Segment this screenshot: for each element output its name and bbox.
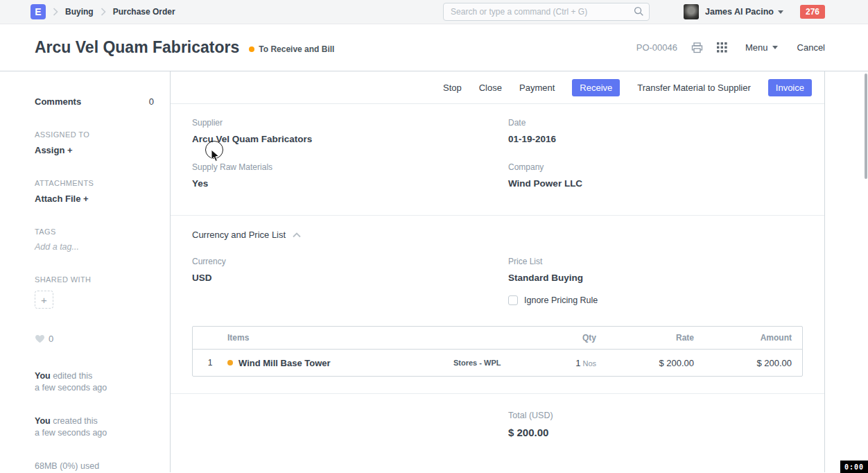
col-items-header[interactable]: Items bbox=[227, 333, 453, 343]
assigned-to-heading: ASSIGNED TO bbox=[35, 130, 154, 139]
heart-icon bbox=[35, 334, 45, 343]
search-icon bbox=[634, 6, 644, 19]
row-index: 1 bbox=[193, 358, 227, 368]
table-row[interactable]: 1 Wind Mill Base Tower Stores - WPL 1Nos… bbox=[193, 350, 802, 376]
navbar-right: James Al Pacino 276 bbox=[443, 3, 825, 21]
caret-down-icon bbox=[772, 46, 778, 49]
user-name-label: James Al Pacino bbox=[705, 7, 774, 17]
ignore-pricing-rule-checkbox[interactable] bbox=[508, 295, 518, 305]
activity-entry: You created this a few seconds ago bbox=[35, 415, 154, 439]
user-menu[interactable]: James Al Pacino bbox=[705, 7, 783, 17]
right-gutter bbox=[825, 71, 868, 472]
attach-file-button[interactable]: Attach File + bbox=[35, 194, 154, 204]
col-qty-header[interactable]: Qty bbox=[557, 333, 596, 343]
section-title: Currency and Price List bbox=[192, 230, 286, 240]
price-list-label: Price List bbox=[508, 257, 804, 266]
section-collapse-toggle[interactable]: Currency and Price List bbox=[192, 230, 804, 240]
row-amount: $ 200.00 bbox=[694, 358, 802, 368]
totals-section: Total (USD) $ 200.00 bbox=[171, 394, 824, 438]
item-name[interactable]: Wind Mill Base Tower bbox=[238, 358, 331, 368]
vertical-scrollbar[interactable] bbox=[865, 74, 867, 179]
activity-what: edited this bbox=[53, 371, 92, 381]
date-label: Date bbox=[508, 118, 804, 128]
status-dot-icon bbox=[249, 46, 254, 52]
activity-who: You bbox=[35, 371, 51, 381]
supplier-section: Supplier Arcu Vel Quam Fabricators Date … bbox=[171, 104, 824, 216]
activity-what: created this bbox=[53, 416, 98, 426]
price-list-field[interactable]: Price List Standard Buying bbox=[508, 257, 804, 283]
company-label: Company bbox=[508, 162, 804, 172]
activity-when: a few seconds ago bbox=[35, 382, 154, 394]
row-item-cell[interactable]: Wind Mill Base Tower bbox=[227, 358, 453, 368]
items-table: Items Qty Rate Amount 1 Wind Mill Base T… bbox=[192, 326, 803, 377]
comments-row[interactable]: Comments 0 bbox=[35, 96, 154, 107]
print-icon[interactable] bbox=[691, 42, 703, 53]
row-rate: $ 200.00 bbox=[596, 358, 694, 368]
activity-when: a few seconds ago bbox=[35, 427, 154, 439]
user-avatar[interactable] bbox=[684, 4, 699, 19]
form-sidebar: Comments 0 ASSIGNED TO Assign + ATTACHME… bbox=[0, 71, 171, 472]
col-rate-header[interactable]: Rate bbox=[596, 333, 694, 343]
grid-icon[interactable] bbox=[717, 42, 727, 53]
breadcrumb-buying[interactable]: Buying bbox=[65, 7, 94, 17]
workflow-actions: Stop Close Payment Receive Transfer Mate… bbox=[171, 71, 824, 104]
storage-used: 68MB (0%) used bbox=[35, 461, 154, 471]
payment-button[interactable]: Payment bbox=[519, 83, 555, 93]
date-value[interactable]: 01-19-2016 bbox=[508, 134, 804, 144]
share-add-button[interactable]: + bbox=[35, 291, 53, 309]
row-qty: 1Nos bbox=[557, 358, 596, 368]
page-header: Arcu Vel Quam Fabricators To Receive and… bbox=[0, 24, 868, 71]
invoice-button[interactable]: Invoice bbox=[768, 79, 812, 96]
item-status-dot-icon bbox=[227, 360, 233, 366]
qty-number: 1 bbox=[575, 358, 580, 368]
currency-label: Currency bbox=[192, 257, 508, 266]
page-header-actions: PO-00046 Menu Cancel bbox=[636, 42, 825, 53]
activity-entry: You edited this a few seconds ago bbox=[35, 370, 154, 394]
transfer-material-button[interactable]: Transfer Material to Supplier bbox=[637, 83, 751, 93]
add-tag-input[interactable]: Add a tag... bbox=[35, 242, 154, 252]
menu-button[interactable]: Menu bbox=[745, 42, 778, 53]
mouse-click-indicator bbox=[205, 141, 223, 159]
shared-with-heading: SHARED WITH bbox=[35, 275, 154, 284]
tags-heading: TAGS bbox=[35, 227, 154, 236]
supplier-label: Supplier bbox=[192, 118, 508, 128]
row-warehouse: Stores - WPL bbox=[453, 359, 557, 367]
supplier-value[interactable]: Arcu Vel Quam Fabricators bbox=[192, 134, 508, 144]
assign-button[interactable]: Assign + bbox=[35, 145, 154, 155]
supplier-field[interactable]: Supplier Arcu Vel Quam Fabricators bbox=[192, 118, 508, 144]
form-body: Stop Close Payment Receive Transfer Mate… bbox=[171, 71, 825, 472]
chevron-right-icon bbox=[101, 8, 106, 16]
likes-row[interactable]: 0 bbox=[35, 334, 154, 344]
recording-timer: 0:00 bbox=[840, 461, 868, 473]
price-list-value[interactable]: Standard Buying bbox=[508, 273, 804, 283]
breadcrumb-purchase-order[interactable]: Purchase Order bbox=[113, 7, 175, 17]
likes-count: 0 bbox=[49, 334, 53, 344]
col-amount-header[interactable]: Amount bbox=[694, 333, 802, 343]
supply-raw-materials-value[interactable]: Yes bbox=[192, 178, 508, 189]
receive-button[interactable]: Receive bbox=[572, 79, 620, 96]
supply-raw-materials-field[interactable]: Supply Raw Materials Yes bbox=[192, 162, 508, 189]
close-button[interactable]: Close bbox=[479, 83, 502, 93]
company-field[interactable]: Company Wind Power LLC bbox=[508, 162, 804, 189]
notification-badge[interactable]: 276 bbox=[800, 5, 825, 19]
mouse-cursor-icon bbox=[211, 149, 220, 162]
stop-button[interactable]: Stop bbox=[443, 83, 462, 93]
company-value[interactable]: Wind Power LLC bbox=[508, 178, 804, 189]
currency-value[interactable]: USD bbox=[192, 273, 508, 283]
doc-id: PO-00046 bbox=[636, 42, 677, 53]
currency-field[interactable]: Currency USD bbox=[192, 257, 508, 294]
total-label: Total (USD) bbox=[508, 411, 804, 420]
caret-down-icon bbox=[778, 10, 783, 14]
currency-price-section: Currency and Price List Currency USD Pri… bbox=[171, 216, 824, 316]
supply-raw-materials-label: Supply Raw Materials bbox=[192, 162, 508, 172]
items-table-header: Items Qty Rate Amount bbox=[193, 327, 802, 350]
chevron-right-icon bbox=[53, 8, 58, 16]
comments-count: 0 bbox=[149, 96, 154, 107]
cancel-button[interactable]: Cancel bbox=[797, 42, 825, 53]
search-input[interactable] bbox=[443, 3, 650, 21]
qty-uom: Nos bbox=[582, 359, 596, 368]
chevron-up-icon bbox=[293, 232, 301, 238]
app-logo[interactable]: E bbox=[31, 4, 46, 19]
date-field[interactable]: Date 01-19-2016 bbox=[508, 118, 804, 144]
comments-label: Comments bbox=[35, 96, 81, 107]
